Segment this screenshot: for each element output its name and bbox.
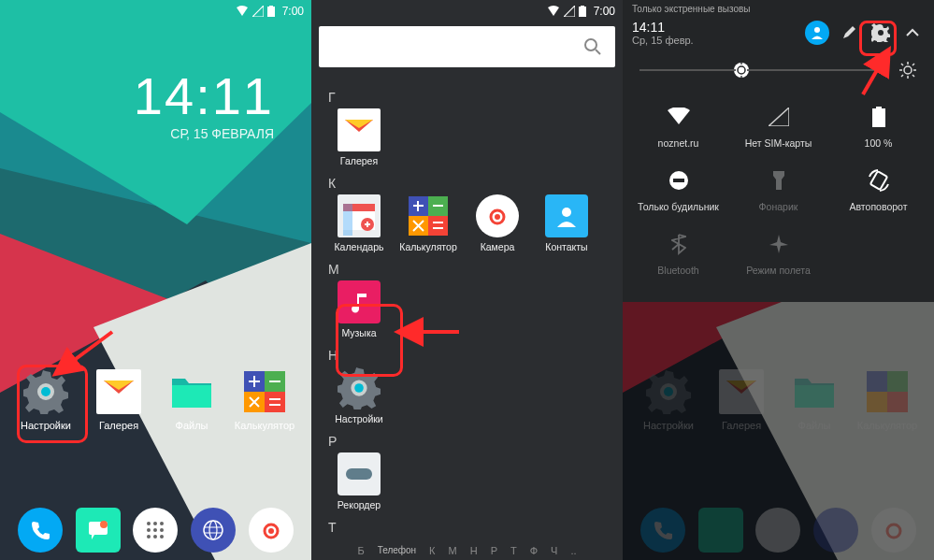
svg-point-74 xyxy=(738,66,745,74)
index-letter[interactable]: .. xyxy=(570,545,576,556)
tile-bluetooth[interactable]: Bluetooth xyxy=(628,222,728,285)
highlight-box xyxy=(859,21,897,56)
user-avatar-icon[interactable] xyxy=(805,21,829,45)
svg-rect-56 xyxy=(352,468,366,480)
tile-dnd[interactable]: Только будильник xyxy=(628,158,728,222)
svg-rect-35 xyxy=(581,6,584,7)
alphabet-index[interactable]: Б Телефон К М Н Р Т Ф Ч .. xyxy=(311,545,623,556)
svg-point-19 xyxy=(100,521,108,528)
svg-line-84 xyxy=(901,64,903,65)
rotate-icon xyxy=(828,167,928,194)
index-letter[interactable]: Р xyxy=(491,545,497,556)
svg-rect-88 xyxy=(872,108,885,127)
battery-icon xyxy=(579,6,586,17)
tile-battery[interactable]: 100 % xyxy=(828,94,928,158)
wifi-icon xyxy=(547,6,560,17)
qs-tiles-grid: noznet.ru Нет SIM-карты 100 % Только буд… xyxy=(623,85,934,302)
svg-point-27 xyxy=(153,535,157,538)
clock-time: 14:11 xyxy=(134,65,274,126)
brightness-slider[interactable] xyxy=(639,69,889,71)
app-calculator[interactable]: Калькулятор xyxy=(394,194,463,252)
svg-point-29 xyxy=(204,521,223,539)
app-gallery[interactable]: Галерея xyxy=(82,369,155,431)
svg-point-21 xyxy=(153,522,157,525)
section-letter: Г xyxy=(328,90,610,105)
edit-icon[interactable] xyxy=(837,21,861,45)
svg-point-23 xyxy=(147,528,151,532)
wifi-icon xyxy=(236,6,249,17)
svg-point-20 xyxy=(147,522,151,525)
tile-label: Нет SIM-карты xyxy=(728,137,828,149)
app-calculator[interactable]: Калькулятор xyxy=(228,369,301,431)
tile-label: Фонарик xyxy=(728,201,828,212)
qs-time: 14:11 xyxy=(632,20,797,35)
section-letter: М xyxy=(328,262,610,277)
status-time: 7:00 xyxy=(282,5,304,18)
svg-point-26 xyxy=(147,535,151,538)
svg-point-30 xyxy=(209,521,217,539)
emergency-label: Только экстренные вызовы xyxy=(623,0,934,14)
svg-rect-7 xyxy=(269,6,273,7)
dock-phone[interactable] xyxy=(18,508,63,553)
app-camera[interactable]: Камера xyxy=(463,194,532,252)
status-time: 7:00 xyxy=(594,5,615,18)
tile-wifi[interactable]: noznet.ru xyxy=(628,94,728,158)
index-letter[interactable]: Т xyxy=(510,545,517,556)
bluetooth-icon xyxy=(628,231,728,257)
index-letter[interactable]: Б xyxy=(357,545,364,556)
svg-rect-17 xyxy=(265,392,285,412)
svg-line-86 xyxy=(912,64,914,65)
wifi-icon xyxy=(628,104,728,130)
section-letter: Т xyxy=(328,520,610,532)
brightness-max-icon[interactable] xyxy=(898,61,917,79)
index-letter[interactable]: Ф xyxy=(530,545,538,556)
svg-point-51 xyxy=(562,208,571,217)
battery-icon xyxy=(828,104,928,130)
index-letter[interactable]: М xyxy=(449,545,457,556)
svg-rect-92 xyxy=(869,171,886,190)
tile-label: Только будильник xyxy=(628,201,728,212)
tile-autorotate[interactable]: Автоповорот xyxy=(828,158,928,222)
app-contacts[interactable]: Контакты xyxy=(532,194,601,252)
app-files[interactable]: Файлы xyxy=(155,369,228,431)
dock-browser[interactable] xyxy=(191,508,236,553)
svg-point-50 xyxy=(495,214,500,220)
svg-point-25 xyxy=(160,528,164,532)
app-label: Рекордер xyxy=(324,499,394,510)
dock-camera[interactable] xyxy=(249,508,294,553)
highlight-box xyxy=(336,304,403,377)
tile-flashlight[interactable]: Фонарик xyxy=(728,158,828,222)
app-recorder[interactable]: Рекордер xyxy=(324,452,394,510)
flashlight-icon xyxy=(728,167,828,194)
dock-alldrawer[interactable] xyxy=(133,508,178,553)
status-bar: 7:00 xyxy=(0,0,311,22)
index-letter[interactable]: Ч xyxy=(551,545,557,556)
dnd-icon xyxy=(628,167,728,194)
search-icon xyxy=(583,37,602,56)
app-label: Галерея xyxy=(82,420,155,431)
homescreen-clock[interactable]: 14:11 ср, 15 февраля xyxy=(134,65,274,141)
svg-line-85 xyxy=(912,75,914,77)
airplane-icon xyxy=(728,231,828,257)
tile-label: Bluetooth xyxy=(628,265,728,276)
dock-messages[interactable] xyxy=(76,508,121,553)
chevron-up-icon[interactable] xyxy=(900,21,925,45)
index-letter[interactable]: Телефон xyxy=(378,545,416,556)
app-label: Календарь xyxy=(324,241,394,252)
app-calendar[interactable]: Календарь xyxy=(324,194,394,252)
svg-point-36 xyxy=(585,39,596,50)
phone-quick-settings: Настройки Галерея Файлы Калькулятор Толь… xyxy=(623,0,934,560)
svg-point-22 xyxy=(160,522,164,525)
svg-line-87 xyxy=(901,75,903,77)
index-letter[interactable]: К xyxy=(429,545,435,556)
svg-point-79 xyxy=(904,66,912,74)
app-gallery[interactable]: Галерея xyxy=(324,108,394,166)
svg-point-24 xyxy=(153,528,157,532)
svg-rect-48 xyxy=(428,216,448,236)
tile-sim[interactable]: Нет SIM-карты xyxy=(728,94,828,158)
index-letter[interactable]: Н xyxy=(470,545,478,556)
search-bar[interactable] xyxy=(319,26,615,67)
phone-app-drawer: 7:00 Г Галерея К Календарь Калькулятор К… xyxy=(311,0,623,560)
svg-point-28 xyxy=(160,535,164,538)
tile-airplane[interactable]: Режим полета xyxy=(728,222,828,285)
